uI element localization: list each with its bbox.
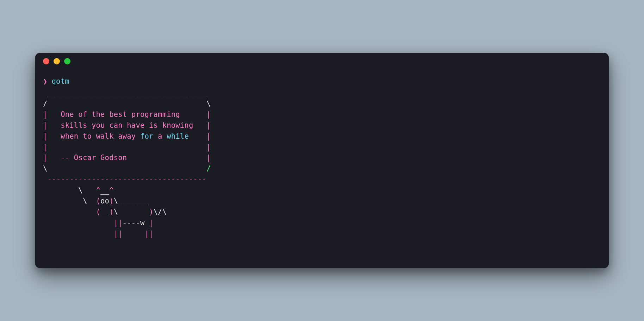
terminal-window: ❯ qotm _________________________________…: [35, 53, 609, 268]
cow-l4b: ||: [114, 219, 123, 227]
cow-l2d: ): [109, 197, 114, 205]
cow-l3b: (__): [96, 208, 114, 216]
prompt-line: ❯ qotm: [43, 76, 601, 87]
cow-l2a: \: [43, 197, 96, 205]
close-button[interactable]: [43, 58, 49, 64]
keyword-for: for: [140, 132, 154, 140]
cow-l3a: [43, 208, 96, 216]
cow-l3c: \: [114, 208, 149, 216]
bubble-open: / \: [43, 100, 211, 108]
quote-line-2: | skills you can have is knowing |: [43, 121, 211, 130]
minimize-button[interactable]: [54, 58, 60, 64]
border-bottom: ------------------------------------: [43, 175, 206, 184]
cow-l1a: \: [43, 186, 96, 195]
border-top: ____________________________________: [43, 89, 206, 97]
command-output: ____________________________________ / \…: [43, 88, 601, 239]
cow-l5b: ||: [114, 229, 123, 238]
cow-l5d: ||: [145, 229, 154, 238]
cow-l3d: ): [149, 208, 154, 216]
quote-line-3-pre: | when to walk away: [43, 132, 140, 140]
cow-l1b: ^: [96, 186, 101, 195]
cow-l1d: ^: [109, 186, 114, 195]
quote-author: | -- Oscar Godson |: [43, 153, 211, 162]
prompt-symbol: ❯: [43, 76, 48, 87]
cow-l5c: [123, 229, 145, 238]
command-text: qotm: [52, 76, 69, 87]
bubble-close-slash: /: [206, 164, 211, 173]
titlebar: [35, 53, 609, 70]
quote-line-3-mid: a: [154, 132, 167, 140]
cow-l3e: \/\: [154, 208, 167, 216]
terminal-body[interactable]: ❯ qotm _________________________________…: [35, 70, 609, 247]
maximize-button[interactable]: [64, 58, 70, 64]
cow-l4a: [43, 219, 114, 227]
keyword-while: while: [167, 132, 189, 140]
cow-l5a: [43, 229, 114, 238]
cow-l4c: ----w: [123, 219, 149, 227]
quote-line-1: | One of the best programming |: [43, 110, 211, 119]
cow-l1c: __: [100, 186, 109, 195]
quote-line-3-post: |: [189, 132, 211, 140]
cow-l2e: \_______: [114, 197, 149, 205]
bubble-close-left: \: [43, 164, 206, 173]
cow-l4d: |: [149, 219, 154, 227]
cow-l2b: (: [96, 197, 101, 205]
cow-l2c: oo: [100, 197, 109, 205]
quote-blank: | |: [43, 143, 211, 151]
